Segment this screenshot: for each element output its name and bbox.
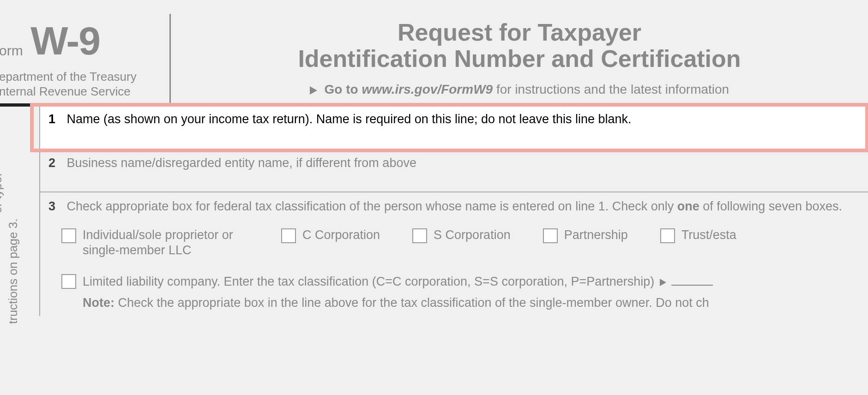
checkbox-individual[interactable]: Individual/sole proprietor or single-mem… (61, 227, 249, 257)
llc-note: Note: Check the appropriate box in the l… (48, 294, 860, 311)
goto-instruction: Go to www.irs.gov/FormW9 for instruction… (171, 82, 868, 97)
row-2-number: 2 (48, 156, 63, 170)
checkbox-llc-row[interactable]: Limited liability company. Enter the tax… (48, 273, 860, 290)
form-title-line1: Request for Taxpayer (171, 19, 868, 46)
checkbox-s-corp[interactable]: S Corporation (412, 227, 511, 243)
row-3-bold: one (677, 199, 699, 213)
row-3-classification: 3 Check appropriate box for federal tax … (40, 192, 868, 316)
row-1-number: 1 (48, 112, 63, 126)
checkbox-trust-estate[interactable]: Trust/esta (660, 227, 736, 243)
goto-url: www.irs.gov/FormW9 (362, 82, 493, 96)
checkbox-box-icon[interactable] (660, 228, 675, 243)
side-text-1: or type. (0, 173, 5, 213)
checkbox-box-icon[interactable] (61, 274, 76, 289)
classification-checkbox-row: Individual/sole proprietor or single-mem… (48, 227, 860, 257)
checkbox-individual-label: Individual/sole proprietor or single-mem… (83, 227, 249, 257)
goto-suffix: for instructions and the latest informat… (496, 82, 729, 96)
form-header: orm W-9 epartment of the Treasury nterna… (0, 0, 868, 103)
w9-form-page: orm W-9 epartment of the Treasury nterna… (0, 0, 868, 395)
dept-line-2: nternal Revenue Service (0, 84, 169, 99)
row-1-text: Name (as shown on your income tax return… (67, 112, 632, 126)
checkbox-box-icon[interactable] (281, 228, 296, 243)
row-1-name[interactable]: 1 Name (as shown on your income tax retu… (40, 107, 868, 150)
fields-column: 1 Name (as shown on your income tax retu… (39, 107, 868, 316)
form-body: or type. tructions on page 3. 1 Name (as… (0, 103, 868, 316)
checkbox-partnership-label: Partnership (564, 227, 628, 242)
checkbox-box-icon[interactable] (412, 228, 427, 243)
row-2-business-name[interactable]: 2 Business name/disregarded entity name,… (40, 150, 868, 192)
highlight-border (30, 103, 868, 152)
row-3-text-part1: Check appropriate box for federal tax cl… (67, 199, 677, 213)
checkbox-c-corp-label: C Corporation (302, 227, 380, 242)
form-title-line2: Identification Number and Certification (171, 46, 868, 72)
row-3-text-part2: of following seven boxes. (699, 199, 842, 213)
row-3-number: 3 (48, 198, 63, 215)
side-text-2: tructions on page 3. (6, 218, 20, 323)
checkbox-s-corp-label: S Corporation (434, 227, 511, 242)
checkbox-box-icon[interactable] (543, 228, 558, 243)
header-right-block: Request for Taxpayer Identification Numb… (171, 14, 868, 97)
note-bold: Note: (83, 296, 115, 310)
form-word: orm (0, 43, 23, 59)
goto-prefix: Go to (325, 82, 358, 96)
llc-classification-input[interactable] (671, 285, 713, 286)
checkbox-trust-label: Trust/esta (681, 227, 736, 242)
llc-label: Limited liability company. Enter the tax… (83, 275, 654, 288)
checkbox-c-corp[interactable]: C Corporation (281, 227, 380, 243)
checkbox-partnership[interactable]: Partnership (543, 227, 628, 243)
llc-text: Limited liability company. Enter the tax… (83, 273, 860, 290)
row-2-text: Business name/disregarded entity name, i… (67, 156, 416, 170)
arrow-right-icon (660, 279, 666, 286)
department-lines: epartment of the Treasury nternal Revenu… (0, 70, 169, 98)
dept-line-1: epartment of the Treasury (0, 70, 169, 84)
checkbox-box-icon[interactable] (61, 228, 76, 243)
arrow-right-icon (310, 86, 317, 95)
header-left-block: orm W-9 epartment of the Treasury nterna… (0, 14, 171, 103)
row-3-instruction: 3 Check appropriate box for federal tax … (48, 198, 860, 215)
form-code: W-9 (30, 23, 100, 59)
note-text: Check the appropriate box in the line ab… (115, 296, 709, 310)
